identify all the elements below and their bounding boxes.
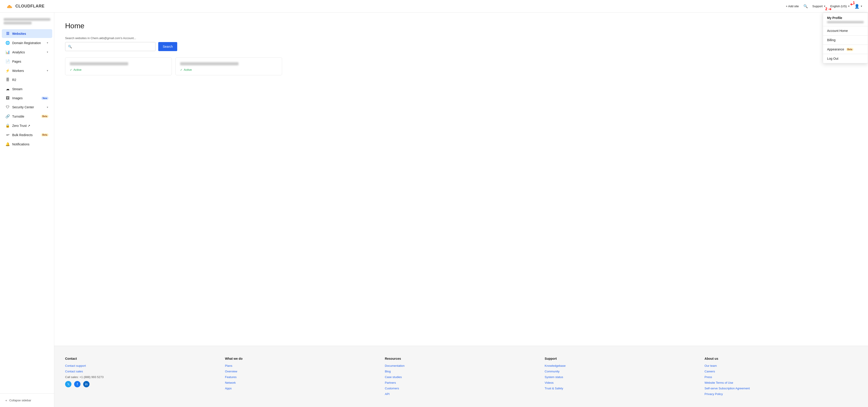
footer-col-title-resources: Resources — [385, 357, 537, 361]
footer-link-website-terms[interactable]: Website Terms of Use — [705, 381, 857, 384]
site-status-1: ✓ Active — [70, 68, 167, 71]
footer-link-overview[interactable]: Overview — [225, 370, 377, 373]
footer-link-contact-sales[interactable]: Contact sales — [65, 370, 218, 373]
collapse-sidebar-button[interactable]: « Collapse sidebar — [2, 396, 52, 404]
footer-link-privacy-policy[interactable]: Privacy Policy — [705, 392, 857, 396]
sidebar-item-security-center[interactable]: 🛡 Security Center ▼ — [2, 103, 52, 112]
footer-col-title-about-us: About us — [705, 357, 857, 361]
zero-trust-icon: 🔒 — [5, 123, 10, 128]
footer-link-plans[interactable]: Plans — [225, 364, 377, 368]
turnstile-icon: 🔗 — [5, 114, 10, 119]
status-check-icon-2: ✓ — [180, 68, 182, 71]
sidebar-label-stream: Stream — [12, 87, 49, 91]
sidebar-item-bulk-redirects[interactable]: ↩ Bulk Redirects Beta — [2, 130, 52, 139]
footer-link-partners[interactable]: Partners — [385, 381, 537, 384]
sidebar-item-websites[interactable]: ☰ Websites — [2, 29, 52, 38]
footer-link-knowledgebase[interactable]: Knowledgebase — [545, 364, 698, 368]
footer-link-documentation[interactable]: Documentation — [385, 364, 537, 368]
search-row: 🔍 Search ＋ + Add a Site — [65, 42, 857, 51]
sidebar-label-websites: Websites — [12, 32, 49, 35]
footer-col-what-we-do: What we do Plans Overview Features Netwo… — [225, 357, 377, 398]
analytics-chevron-icon: ▼ — [46, 51, 49, 53]
dropdown-item-appearance[interactable]: Appearance Beta — [823, 45, 868, 54]
dropdown-profile-email-blurred — [827, 21, 864, 23]
footer-link-network[interactable]: Network — [225, 381, 377, 384]
site-status-2: ✓ Active — [180, 68, 277, 71]
footer-link-blog[interactable]: Blog — [385, 370, 537, 373]
footer-col-title-contact: Contact — [65, 357, 218, 361]
sidebar-bottom: « Collapse sidebar — [0, 394, 54, 407]
dropdown-item-account-home[interactable]: Account Home — [823, 26, 868, 35]
support-nav-button[interactable]: Support ▼ — [812, 4, 826, 8]
footer-link-customers[interactable]: Customers — [385, 387, 537, 390]
account-blurred-bar-2 — [4, 22, 32, 24]
footer-link-press[interactable]: Press — [705, 375, 857, 379]
sidebar-item-zero-trust[interactable]: 🔒 Zero Trust ↗ — [2, 121, 52, 130]
sidebar-item-notifications[interactable]: 🔔 Notifications — [2, 140, 52, 149]
twitter-icon[interactable]: 𝕏 — [65, 381, 71, 387]
sidebar-item-workers[interactable]: ⚡ Workers ▼ — [2, 66, 52, 75]
site-card-2[interactable]: ✓ Active — [176, 57, 282, 75]
add-site-nav-button[interactable]: + Add site — [786, 4, 799, 8]
workers-chevron-icon: ▼ — [46, 69, 49, 72]
support-chevron-icon: ▼ — [824, 5, 826, 7]
footer-link-community[interactable]: Community — [545, 370, 698, 373]
analytics-icon: 📊 — [5, 50, 10, 54]
dropdown-item-billing[interactable]: Billing — [823, 35, 868, 44]
footer-col-title-what-we-do: What we do — [225, 357, 377, 361]
footer-link-api[interactable]: API — [385, 392, 537, 396]
images-new-badge: New — [41, 97, 49, 100]
footer-link-system-status[interactable]: System status — [545, 375, 698, 379]
sidebar-item-images[interactable]: 🖼 Images New — [2, 94, 52, 102]
sidebar-label-pages: Pages — [12, 60, 49, 63]
cloudflare-logo-icon — [5, 2, 13, 10]
footer-link-features[interactable]: Features — [225, 375, 377, 379]
footer-link-our-team[interactable]: Our team — [705, 364, 857, 368]
search-input[interactable] — [74, 45, 153, 49]
pages-icon: 📄 — [5, 59, 10, 64]
footer: Contact Contact support Contact sales Ca… — [54, 346, 868, 407]
footer-link-careers[interactable]: Careers — [705, 370, 857, 373]
stream-icon: ☁ — [5, 87, 10, 91]
user-dropdown-menu: 2 ➜ My Profile Account Home Billing Appe… — [823, 13, 868, 63]
footer-link-case-studies[interactable]: Case studies — [385, 375, 537, 379]
footer-col-support: Support Knowledgebase Community System s… — [545, 357, 698, 398]
sidebar-item-pages[interactable]: 📄 Pages — [2, 57, 52, 66]
app-container: CLOUDFLARE + Add site 🔍 Support ▼ Englis… — [0, 0, 868, 407]
language-nav-button[interactable]: English (US) ▼ — [830, 4, 850, 8]
main-body: ☰ Websites 🌐 Domain Registration ▼ 📊 Ana… — [0, 13, 868, 407]
images-icon: 🖼 — [5, 96, 10, 100]
footer-link-self-serve[interactable]: Self-serve Subscription Agreement — [705, 387, 857, 390]
site-card-1[interactable]: ✓ Active — [65, 57, 172, 75]
footer-link-videos[interactable]: Videos — [545, 381, 698, 384]
logo-area[interactable]: CLOUDFLARE — [5, 2, 44, 10]
sidebar-item-domain-registration[interactable]: 🌐 Domain Registration ▼ — [2, 38, 52, 47]
domain-icon: 🌐 — [5, 41, 10, 45]
sidebar-item-turnstile[interactable]: 🔗 Turnstile Beta — [2, 112, 52, 121]
sites-grid: ✓ Active ✓ Active — [65, 57, 282, 75]
sidebar: ☰ Websites 🌐 Domain Registration ▼ 📊 Ana… — [0, 13, 54, 407]
footer-col-title-support: Support — [545, 357, 698, 361]
sidebar-label-images: Images — [12, 96, 38, 100]
user-nav-button[interactable]: 👤 ▼ — [855, 4, 863, 9]
search-label: Search websites in Chem.akb@gmail.com's … — [65, 36, 857, 40]
footer-link-trust-safety[interactable]: Trust & Safety — [545, 387, 698, 390]
search-input-wrap[interactable]: 🔍 — [65, 42, 156, 51]
sidebar-item-r2[interactable]: 🗄 R2 — [2, 75, 52, 84]
footer-link-apps[interactable]: Apps — [225, 387, 377, 390]
nav-actions: + Add site 🔍 Support ▼ English (US) ▼ 👤 … — [786, 4, 863, 9]
sidebar-label-notifications: Notifications — [12, 143, 49, 146]
footer-link-contact-support[interactable]: Contact support — [65, 364, 218, 368]
search-nav-icon[interactable]: 🔍 — [803, 4, 808, 8]
sidebar-item-stream[interactable]: ☁ Stream — [2, 85, 52, 93]
linkedin-icon[interactable]: in — [83, 381, 90, 387]
language-chevron-icon: ▼ — [848, 5, 850, 7]
facebook-icon[interactable]: f — [74, 381, 81, 387]
security-icon: 🛡 — [5, 105, 10, 109]
search-button[interactable]: Search — [158, 42, 177, 51]
security-chevron-icon: ▼ — [46, 106, 49, 108]
dropdown-item-logout[interactable]: Log Out — [823, 54, 868, 63]
sidebar-item-analytics[interactable]: 📊 Analytics ▼ — [2, 48, 52, 57]
notifications-icon: 🔔 — [5, 142, 10, 146]
turnstile-beta-badge: Beta — [41, 115, 49, 118]
